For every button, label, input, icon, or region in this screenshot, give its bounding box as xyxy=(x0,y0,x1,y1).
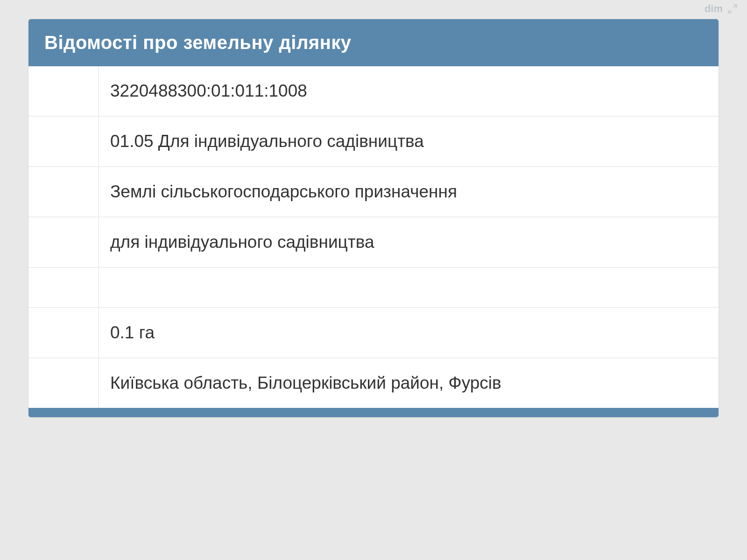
watermark-text: dim xyxy=(705,3,723,15)
watermark-badge: dim xyxy=(705,3,739,15)
row-label-cell xyxy=(28,358,99,408)
cadastral-number-value: 3220488300:01:011:1008 xyxy=(99,66,719,116)
table-row: 0.1 га xyxy=(28,308,719,358)
table-row: 3220488300:01:011:1008 xyxy=(28,66,719,116)
purpose-code-value: 01.05 Для індивідуального садівництва xyxy=(99,116,719,167)
empty-value xyxy=(99,267,719,308)
table-row: Землі сільськогосподарського призначення xyxy=(28,167,719,217)
panel-footer-bar xyxy=(28,408,719,417)
table-row: для індивідуального садівництва xyxy=(28,217,719,267)
row-label-cell xyxy=(28,267,99,308)
area-value: 0.1 га xyxy=(99,308,719,358)
location-value: Київська область, Білоцерківський район,… xyxy=(99,358,719,408)
expand-icon xyxy=(726,3,739,15)
table-row: Київська область, Білоцерківський район,… xyxy=(28,358,719,408)
row-label-cell xyxy=(28,217,99,267)
table-row xyxy=(28,267,719,308)
page-container: Відомості про земельну ділянку 322048830… xyxy=(0,0,747,560)
panel-title: Відомості про земельну ділянку xyxy=(28,19,719,66)
land-info-panel: Відомості про земельну ділянку 322048830… xyxy=(28,19,719,418)
land-info-table: 3220488300:01:011:1008 01.05 Для індивід… xyxy=(28,66,719,408)
usage-type-value: для індивідуального садівництва xyxy=(99,217,719,267)
row-label-cell xyxy=(28,116,99,167)
row-label-cell xyxy=(28,66,99,116)
row-label-cell xyxy=(28,167,99,217)
land-category-value: Землі сільськогосподарського призначення xyxy=(99,167,719,217)
row-label-cell xyxy=(28,308,99,358)
table-row: 01.05 Для індивідуального садівництва xyxy=(28,116,719,167)
